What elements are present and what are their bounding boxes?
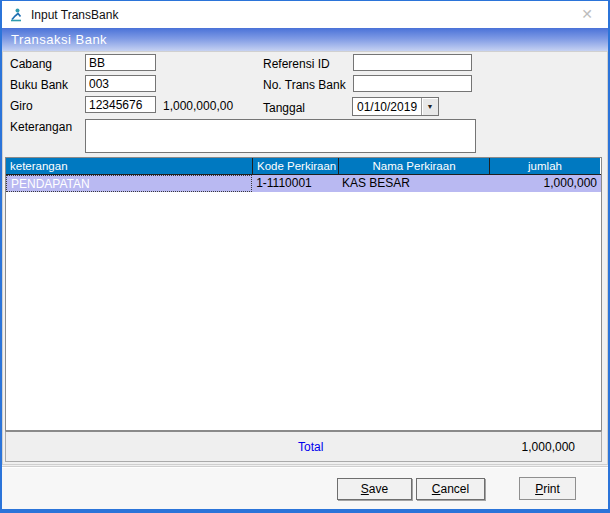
col-header-kode-perkiraan[interactable]: Kode Perkiraan — [253, 158, 339, 174]
cabang-input[interactable] — [85, 54, 156, 71]
grid-header-row: keterangan Kode Perkiraan Nama Perkiraan… — [6, 158, 601, 175]
cell-kode-perkiraan[interactable]: 1-1110001 — [252, 175, 338, 192]
table-row[interactable]: PENDAPATAN 1-1110001 KAS BESAR 1,000,000 — [6, 175, 601, 192]
tanggal-label: Tanggal — [263, 101, 305, 115]
buku-bank-label: Buku Bank — [10, 78, 68, 92]
print-button[interactable]: Print — [519, 477, 576, 500]
input-transbank-dialog: Input TransBank ✕ Transaksi Bank Cabang … — [0, 0, 610, 513]
no-trans-bank-input[interactable] — [353, 75, 472, 92]
cancel-button[interactable]: Cancel — [416, 478, 485, 500]
buku-bank-input[interactable] — [85, 75, 156, 92]
transaction-grid[interactable]: keterangan Kode Perkiraan Nama Perkiraan… — [5, 157, 602, 431]
tanggal-datepicker[interactable]: 01/10/2019 ▼ — [352, 97, 439, 116]
giro-label: Giro — [10, 99, 33, 113]
no-trans-bank-label: No. Trans Bank — [263, 78, 346, 92]
referensi-id-input[interactable] — [353, 54, 472, 71]
app-icon — [8, 7, 24, 23]
keterangan-label: Keterangan — [10, 120, 72, 134]
col-header-jumlah[interactable]: jumlah — [490, 158, 600, 174]
save-button[interactable]: Save — [337, 478, 412, 500]
footer: Save Cancel Print — [2, 466, 608, 509]
total-bar: Total 1,000,000 — [5, 431, 602, 462]
referensi-id-label: Referensi ID — [263, 57, 330, 71]
title-bar: Input TransBank ✕ — [2, 1, 608, 28]
col-header-keterangan[interactable]: keterangan — [6, 158, 253, 174]
cell-keterangan[interactable]: PENDAPATAN — [6, 175, 252, 192]
giro-input[interactable] — [85, 96, 156, 113]
total-value: 1,000,000 — [522, 440, 575, 454]
close-icon[interactable]: ✕ — [572, 1, 602, 28]
section-header: Transaksi Bank — [2, 28, 608, 51]
col-header-nama-perkiraan[interactable]: Nama Perkiraan — [339, 158, 490, 174]
cabang-label: Cabang — [10, 57, 52, 71]
cell-nama-perkiraan[interactable]: KAS BESAR — [338, 175, 488, 192]
cell-jumlah[interactable]: 1,000,000 — [488, 175, 601, 192]
tanggal-value: 01/10/2019 — [353, 100, 421, 114]
chevron-down-icon[interactable]: ▼ — [421, 98, 438, 115]
giro-balance: 1,000,000,00 — [163, 99, 233, 113]
total-label: Total — [298, 440, 323, 454]
window-title: Input TransBank — [31, 8, 118, 22]
keterangan-input[interactable] — [85, 119, 476, 153]
